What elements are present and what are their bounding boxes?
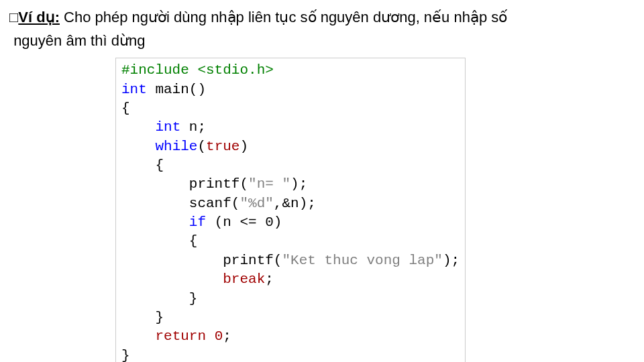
kw-while: while bbox=[155, 139, 197, 154]
code-end: ); bbox=[290, 176, 307, 192]
kw-int: int bbox=[121, 82, 147, 97]
string-literal: "Ket thuc vong lap" bbox=[282, 253, 442, 268]
code-paren: ) bbox=[239, 139, 248, 154]
kw-true: true bbox=[206, 139, 239, 154]
code-indent bbox=[121, 215, 189, 230]
code-indent bbox=[121, 119, 155, 135]
code-indent bbox=[121, 328, 155, 344]
code-paren: ( bbox=[197, 139, 206, 154]
kw-break: break bbox=[223, 272, 265, 287]
code-brace-close: } bbox=[121, 291, 197, 306]
instruction-line2: nguyên âm thì dừng bbox=[13, 32, 145, 49]
kw-int: int bbox=[155, 119, 180, 135]
code-indent bbox=[121, 139, 155, 154]
example-instruction: □Ví dụ: Cho phép người dùng nhập liên tụ… bbox=[9, 5, 635, 52]
code-semi: ; bbox=[223, 328, 231, 344]
example-label: Ví dụ: bbox=[18, 9, 60, 25]
code-brace-open: { bbox=[121, 233, 197, 249]
kw-return: return bbox=[155, 328, 206, 344]
string-literal: "n= " bbox=[248, 176, 290, 192]
literal-zero: 0 bbox=[206, 328, 223, 344]
code-brace-open: { bbox=[121, 158, 164, 173]
code-condition: (n <= 0) bbox=[206, 215, 282, 230]
code-brace-close: } bbox=[121, 310, 164, 325]
bullet-glyph: □ bbox=[9, 9, 18, 25]
instruction-line1: Cho phép người dùng nhập liên tục số ngu… bbox=[60, 9, 507, 25]
code-end: ); bbox=[443, 253, 460, 268]
code-indent bbox=[121, 272, 223, 287]
code-end: ,&n); bbox=[274, 196, 316, 211]
code-main-decl: main() bbox=[147, 82, 206, 97]
code-scanf: scanf( bbox=[121, 196, 239, 211]
code-printf: printf( bbox=[121, 176, 248, 192]
code-brace-close: } bbox=[121, 348, 130, 362]
kw-if: if bbox=[189, 215, 206, 230]
code-printf: printf( bbox=[121, 253, 282, 268]
code-semi: ; bbox=[265, 272, 274, 287]
string-literal: "%d" bbox=[239, 196, 273, 211]
code-brace-open: { bbox=[121, 101, 130, 116]
code-line-include: #include <stdio.h> bbox=[121, 62, 274, 78]
code-block: #include <stdio.h> int main() { int n; w… bbox=[115, 58, 466, 362]
code-var-decl: n; bbox=[180, 119, 206, 135]
